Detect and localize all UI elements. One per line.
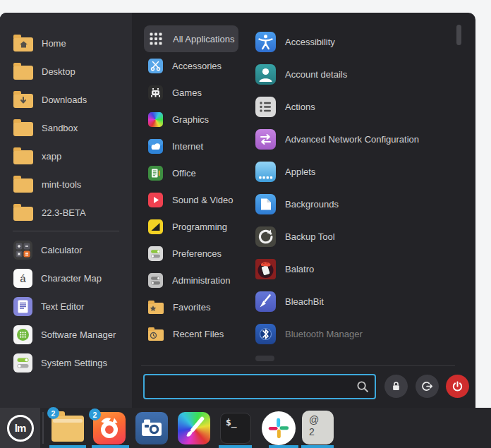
sidebar-item-text-editor[interactable]: Text Editor: [0, 292, 132, 320]
taskbar-item-files[interactable]: 2: [51, 411, 84, 443]
sidebar-item-mint-tools[interactable]: mint-tools: [0, 170, 132, 198]
app-backgrounds[interactable]: Backgrounds: [247, 188, 459, 220]
category-programming[interactable]: Programming: [144, 213, 238, 240]
clock-folder-icon: [148, 327, 164, 341]
app-balatro[interactable]: Balatro: [247, 253, 459, 285]
sidebar-item-label: Downloads: [42, 95, 87, 105]
sidebar-item-label: Sandbox: [42, 123, 78, 133]
app-label: Bluetooth Manager: [285, 329, 363, 339]
active-window-indicator: [49, 445, 86, 448]
search-bar: [143, 374, 376, 399]
calculator-icon: [13, 241, 32, 260]
category-office[interactable]: Office: [144, 159, 238, 186]
app-label: Account details: [285, 69, 347, 80]
taskbar-item-at-window[interactable]: @ 2: [302, 411, 334, 444]
toggles-green-icon: [148, 246, 163, 261]
slack-icon: [262, 411, 296, 445]
lock-icon: [389, 380, 403, 393]
paint-brush-icon: [178, 412, 210, 444]
app-bluetooth-manager[interactable]: Bluetooth Manager: [247, 317, 459, 350]
app-label: Advanced Network Configuration: [285, 134, 419, 145]
taskbar-item-slack[interactable]: [262, 411, 296, 445]
category-games[interactable]: Games: [144, 79, 238, 106]
search-input[interactable]: [143, 374, 376, 399]
taskbar-separator: [42, 412, 44, 444]
user-icon: [255, 64, 276, 85]
system-settings-icon: [13, 353, 32, 373]
accessibility-icon: [255, 32, 276, 52]
taskbar-item-firefox[interactable]: 2: [93, 412, 126, 444]
cloud-icon: [148, 139, 163, 154]
app-accessibility[interactable]: Accessibility: [247, 25, 459, 58]
category-sound-video[interactable]: Sound & Video: [144, 186, 238, 213]
folder-icon: [13, 66, 33, 80]
scrollbar-thumb[interactable]: [456, 25, 461, 45]
category-preferences[interactable]: Preferences: [144, 240, 238, 267]
category-accessories[interactable]: Accessories: [144, 52, 238, 79]
app-label: Backgrounds: [285, 199, 339, 210]
sidebar-item-label: System Settings: [41, 358, 107, 368]
circular-arrow-icon: [255, 226, 276, 247]
category-label: All Applications: [173, 34, 234, 44]
sidebar-item-character-map[interactable]: á Character Map: [0, 264, 132, 292]
active-window-indicator: [92, 445, 129, 448]
menu-button[interactable]: lm: [0, 408, 40, 448]
taskbar-item-terminal[interactable]: $_: [220, 413, 251, 444]
app-applets[interactable]: Applets: [247, 155, 459, 188]
mint-menu-panel: Home Desktop Downloads Sandbox: [0, 13, 475, 408]
sidebar-item-xapp[interactable]: xapp: [0, 142, 132, 170]
app-actions[interactable]: Actions: [247, 90, 459, 123]
sidebar-item-calculator[interactable]: Calculator: [0, 236, 132, 264]
app-bleachbit[interactable]: BleachBit: [247, 285, 459, 317]
category-recent-files[interactable]: Recent Files: [144, 320, 238, 347]
sidebar-item-223-beta[interactable]: 22.3-BETA: [0, 198, 132, 226]
power-button[interactable]: [446, 375, 469, 398]
sidebar-item-label: mint-tools: [42, 179, 81, 190]
home-folder-icon: [13, 37, 33, 52]
sidebar-item-label: Software Manager: [41, 329, 116, 340]
sidebar-item-label: Calculator: [41, 245, 83, 255]
lock-button[interactable]: [384, 375, 408, 398]
sidebar-item-home[interactable]: Home: [0, 29, 132, 57]
category-label: Games: [172, 87, 202, 98]
app-backup-tool[interactable]: Backup Tool: [247, 220, 459, 253]
taskbar-item-paint[interactable]: [178, 412, 210, 444]
app-label: BleachBit: [285, 296, 324, 307]
sidebar-item-label: Desktop: [42, 66, 75, 77]
character-map-icon: á: [13, 269, 32, 288]
category-administration[interactable]: Administration: [144, 267, 238, 293]
balatro-card-icon: [255, 259, 276, 279]
sidebar-item-desktop[interactable]: Desktop: [0, 57, 132, 85]
category-favorites[interactable]: Favorites: [144, 293, 238, 320]
menu-sidebar: Home Desktop Downloads Sandbox: [0, 13, 132, 408]
toggles-gray-icon: [148, 273, 163, 288]
logout-button[interactable]: [416, 375, 439, 398]
list-icon: [255, 97, 276, 117]
app-label: Accessibility: [285, 37, 335, 47]
star-folder-icon: [148, 301, 164, 314]
app-advanced-network-configuration[interactable]: Advanced Network Configuration: [247, 123, 459, 155]
at-icon: @ 2: [302, 411, 334, 444]
app-label: Balatro: [285, 264, 314, 274]
invader-icon: [148, 85, 163, 100]
category-all-applications[interactable]: All Applications: [144, 25, 238, 52]
setsquare-icon: [148, 219, 163, 234]
category-label: Graphics: [172, 114, 209, 125]
category-graphics[interactable]: Graphics: [144, 106, 238, 133]
category-label: Programming: [172, 222, 227, 232]
sidebar-item-software-manager[interactable]: Software Manager: [0, 320, 132, 349]
folder-icon: [13, 207, 33, 221]
desktop: Home Desktop Downloads Sandbox: [0, 0, 491, 448]
sidebar-item-downloads[interactable]: Downloads: [0, 85, 132, 114]
taskbar-item-screenshot[interactable]: [135, 412, 168, 444]
window-count-badge: 2: [47, 407, 59, 419]
sidebar-item-sandbox[interactable]: Sandbox: [0, 114, 132, 142]
app-account-details[interactable]: Account details: [247, 58, 459, 90]
category-label: Administration: [172, 275, 230, 286]
application-list: Accessibility Account details: [247, 25, 459, 350]
category-label: Office: [172, 168, 196, 178]
sidebar-item-system-settings[interactable]: System Settings: [0, 349, 132, 377]
partial-app-row: [255, 356, 274, 361]
category-internet[interactable]: Internet: [144, 133, 238, 159]
category-label: Preferences: [172, 248, 222, 259]
